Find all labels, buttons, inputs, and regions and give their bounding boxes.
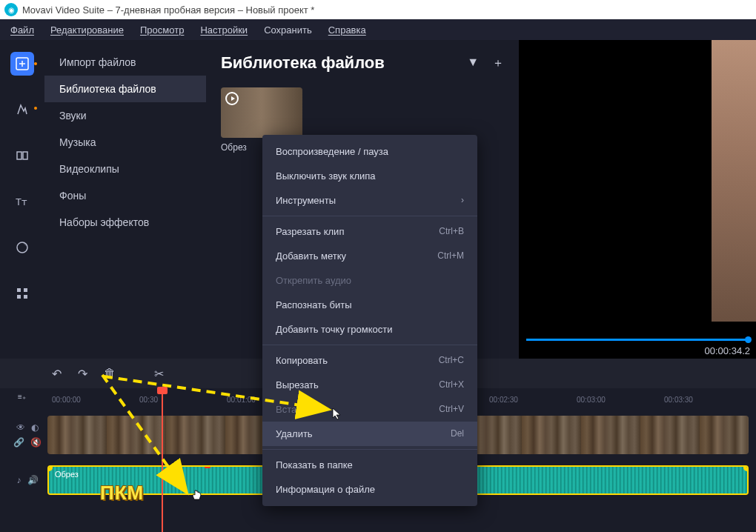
- svg-rect-2: [23, 152, 27, 159]
- ctx-delete[interactable]: УдалитьDel: [262, 422, 477, 446]
- add-media-tool[interactable]: [10, 52, 34, 76]
- svg-rect-1: [17, 152, 21, 159]
- ctx-detach-audio: Открепить аудио: [262, 268, 477, 293]
- more-tool[interactable]: [10, 282, 34, 305]
- ctx-copy[interactable]: КопироватьCtrl+C: [262, 348, 477, 373]
- lock-icon[interactable]: ◐: [31, 422, 39, 433]
- marker-icon[interactable]: [205, 465, 210, 468]
- cut-icon[interactable]: ✂: [154, 367, 164, 381]
- add-track-icon[interactable]: ≡₊: [18, 393, 26, 401]
- mute-icon[interactable]: 🔇: [30, 437, 42, 448]
- menu-edit[interactable]: Редактирование: [50, 24, 124, 36]
- cursor-hand-icon: [191, 489, 203, 504]
- ctx-volume-point[interactable]: Добавить точку громкости: [262, 317, 477, 342]
- playhead[interactable]: [162, 388, 163, 532]
- redo-icon[interactable]: ↷: [78, 367, 87, 381]
- menu-view[interactable]: Просмотр: [140, 24, 184, 36]
- ruler-mark: 00:03:30: [664, 396, 752, 404]
- ctx-file-info[interactable]: Информация о файле: [262, 477, 477, 502]
- preview-panel: 00:00:34.2: [519, 40, 756, 359]
- annotation-pkm-label: ПКМ: [100, 482, 144, 505]
- sidebar-import[interactable]: Импорт файлов: [44, 49, 206, 76]
- menu-settings[interactable]: Настройки: [200, 24, 248, 36]
- menu-save[interactable]: Сохранить: [264, 24, 312, 36]
- menu-help[interactable]: Справка: [328, 24, 366, 36]
- sidebar-sounds[interactable]: Звуки: [44, 102, 206, 129]
- svg-rect-8: [24, 295, 27, 299]
- ctx-beats[interactable]: Распознать биты: [262, 293, 477, 317]
- ctx-play[interactable]: Воспроизведение / пауза: [262, 139, 477, 164]
- ctx-split[interactable]: Разрезать клипCtrl+B: [262, 219, 477, 244]
- window-title: Movavi Video Suite – 7-дневная пробная в…: [22, 4, 314, 16]
- svg-rect-6: [24, 288, 27, 292]
- cursor-icon: [332, 408, 342, 421]
- visibility-icon[interactable]: 👁: [16, 422, 25, 433]
- import-sidebar: Импорт файлов Библиотека файлов Звуки Му…: [44, 40, 206, 359]
- sidebar-backgrounds[interactable]: Фоны: [44, 182, 206, 209]
- svg-rect-5: [17, 288, 21, 292]
- chevron-right-icon: ›: [461, 195, 464, 206]
- sidebar-library[interactable]: Библиотека файлов: [44, 76, 206, 102]
- video-track-controls: 👁◐ 🔗🔇: [7, 422, 47, 448]
- sidebar-music[interactable]: Музыка: [44, 129, 206, 156]
- transitions-tool[interactable]: [10, 144, 34, 167]
- audio-track-controls: ♪🔊: [7, 475, 47, 485]
- ruler-mark: 00:30: [139, 396, 227, 404]
- link-icon[interactable]: 🔗: [13, 437, 24, 448]
- music-icon[interactable]: ♪: [17, 475, 21, 485]
- seek-bar[interactable]: [526, 339, 749, 341]
- ruler-mark: 00:00:00: [52, 396, 139, 404]
- play-icon: [225, 92, 239, 105]
- undo-icon[interactable]: ↶: [52, 367, 62, 381]
- stickers-tool[interactable]: [10, 236, 34, 259]
- menu-file[interactable]: Файл: [10, 24, 34, 36]
- clip-handle-right[interactable]: [743, 465, 749, 471]
- svg-rect-7: [17, 295, 21, 299]
- audio-clip-label: Обрез: [55, 470, 79, 479]
- ctx-paste: ВставитьCtrl+V: [262, 397, 477, 422]
- volume-icon[interactable]: 🔊: [27, 475, 39, 485]
- ctx-mark[interactable]: Добавить меткуCtrl+M: [262, 244, 477, 268]
- timecode: 00:00:34.2: [705, 345, 750, 356]
- ruler-mark: 00:03:00: [577, 396, 664, 404]
- context-menu: Воспроизведение / пауза Выключить звук к…: [262, 135, 477, 506]
- ctx-mute[interactable]: Выключить звук клипа: [262, 164, 477, 188]
- ruler-mark: 00:02:30: [489, 396, 577, 404]
- sidebar-effects[interactable]: Наборы эффектов: [44, 209, 206, 236]
- titles-tool[interactable]: Tᴛ: [10, 190, 34, 213]
- svg-text:Tᴛ: Tᴛ: [16, 196, 27, 207]
- app-logo-icon: ◉: [4, 3, 18, 16]
- title-bar: ◉ Movavi Video Suite – 7-дневная пробная…: [0, 0, 756, 19]
- filter-icon[interactable]: ▼: [467, 56, 479, 71]
- add-icon[interactable]: ＋: [492, 56, 504, 71]
- sidebar-videoclips[interactable]: Видеоклипы: [44, 156, 206, 182]
- ctx-cut[interactable]: ВырезатьCtrl+X: [262, 373, 477, 397]
- left-toolbar: Tᴛ: [0, 40, 44, 359]
- filters-tool[interactable]: [10, 98, 34, 122]
- preview-frame: [712, 40, 756, 322]
- library-title: Библиотека файлов: [221, 53, 385, 73]
- ctx-tools[interactable]: Инструменты›: [262, 188, 477, 213]
- delete-icon[interactable]: 🗑: [104, 367, 116, 381]
- menu-bar: Файл Редактирование Просмотр Настройки С…: [0, 19, 756, 40]
- ctx-show-folder[interactable]: Показать в папке: [262, 453, 477, 477]
